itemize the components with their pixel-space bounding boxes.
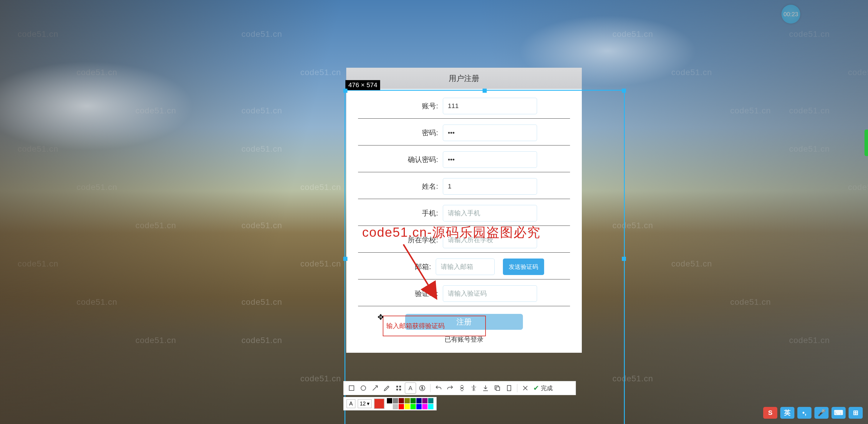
watermark-text: code51.cn <box>76 297 117 307</box>
email-label: 邮箱: <box>384 262 431 271</box>
watermark-text: code51.cn <box>18 259 58 269</box>
watermark-text: code51.cn <box>242 297 282 307</box>
watermark-text: code51.cn <box>242 336 282 345</box>
watermark-text: code51.cn <box>76 183 117 192</box>
have-account-link[interactable]: 已有账号登录 <box>358 335 570 344</box>
palette-color[interactable] <box>405 404 410 409</box>
phone-input[interactable] <box>443 205 537 221</box>
palette-color[interactable] <box>422 398 428 403</box>
redo-tool-icon[interactable] <box>444 383 456 394</box>
watermark-text: code51.cn <box>18 144 58 154</box>
palette-color[interactable] <box>393 398 398 403</box>
resize-handle-ml[interactable] <box>343 257 347 261</box>
palette-color[interactable] <box>399 404 404 409</box>
font-icon[interactable]: A <box>346 399 355 408</box>
account-input[interactable] <box>443 98 537 114</box>
palette-color[interactable] <box>399 398 404 403</box>
code-input[interactable] <box>443 285 537 302</box>
palette-color[interactable] <box>410 398 416 403</box>
form-title: 用户注册 <box>346 68 582 89</box>
watermark-text: code51.cn <box>300 374 341 383</box>
confirm-password-input[interactable] <box>443 151 537 168</box>
name-input[interactable] <box>443 178 537 194</box>
watermark-text: code51.cn <box>671 68 712 77</box>
confirm-password-label: 确认密码: <box>391 155 438 164</box>
watermark-text: code51.cn <box>848 68 868 77</box>
palette-color[interactable] <box>410 404 416 409</box>
screenshot-toolbar: A 1 ✔ 完成 <box>343 381 576 395</box>
password-input[interactable] <box>443 125 537 141</box>
ellipse-tool-icon[interactable] <box>358 383 369 394</box>
palette-color[interactable] <box>416 404 422 409</box>
arrow-tool-icon[interactable] <box>370 383 381 394</box>
desktop-background: code51.cncode51.cncode51.cncode51.cncode… <box>0 0 868 424</box>
watermark-text: code51.cn <box>18 29 58 39</box>
mosaic-tool-icon[interactable] <box>393 383 404 394</box>
done-button[interactable]: ✔ 完成 <box>531 384 554 392</box>
palette-color[interactable] <box>393 404 398 409</box>
selection-dimensions: 476 × 574 <box>345 80 380 90</box>
register-button[interactable]: 注册 <box>405 314 523 330</box>
phone-label: 手机: <box>391 209 438 218</box>
text-tool-options: A 12 ▾ <box>343 397 437 411</box>
check-icon: ✔ <box>533 384 539 392</box>
palette-color[interactable] <box>405 398 410 403</box>
watermark-text: code51.cn <box>242 29 282 39</box>
share-tool-icon[interactable] <box>503 383 515 394</box>
ime-language-icon[interactable]: 英 <box>780 407 795 419</box>
side-drawer-handle[interactable] <box>865 129 868 156</box>
long-screenshot-icon[interactable] <box>456 383 468 394</box>
watermark-text: code51.cn <box>789 144 830 154</box>
ime-menu-icon[interactable]: ⊞ <box>848 407 863 419</box>
palette-color[interactable] <box>422 404 428 409</box>
resize-handle-tm[interactable] <box>483 89 487 93</box>
number-tool-icon[interactable]: 1 <box>416 383 428 394</box>
pen-tool-icon[interactable] <box>381 383 393 394</box>
svg-rect-10 <box>507 386 511 391</box>
watermark-text: code51.cn <box>135 336 176 345</box>
resize-handle-mr[interactable] <box>622 257 626 261</box>
ime-punct-icon[interactable]: •, <box>797 407 811 419</box>
watermark-text: code51.cn <box>848 183 868 192</box>
svg-rect-4 <box>399 386 401 388</box>
watermark-text: code51.cn <box>789 336 830 345</box>
school-input[interactable] <box>443 232 537 248</box>
svg-text:1: 1 <box>421 386 424 390</box>
ime-keyboard-icon[interactable]: ⌨ <box>832 407 846 419</box>
svg-rect-6 <box>399 389 401 390</box>
code-label: 验证码: <box>391 289 438 298</box>
font-size-value: 12 <box>360 401 366 407</box>
ime-sogou-icon[interactable]: S <box>763 407 777 419</box>
palette-color[interactable] <box>416 398 422 403</box>
color-palette <box>387 398 433 409</box>
done-label: 完成 <box>541 384 553 392</box>
svg-rect-9 <box>496 387 500 390</box>
svg-rect-3 <box>396 386 398 388</box>
watermark-text: code51.cn <box>242 106 282 115</box>
palette-color[interactable] <box>387 398 392 403</box>
watermark-text: code51.cn <box>135 221 176 230</box>
send-code-button[interactable]: 发送验证码 <box>503 259 544 275</box>
font-size-select[interactable]: 12 ▾ <box>358 399 372 408</box>
palette-color[interactable] <box>387 404 392 409</box>
ime-toolbar: S 英 •, 🎤 ⌨ ⊞ <box>763 407 863 419</box>
svg-rect-1 <box>349 386 354 390</box>
text-tool-icon[interactable]: A <box>405 383 416 394</box>
recording-timer-badge: 00:23 <box>781 5 800 24</box>
current-color-swatch[interactable] <box>374 398 384 409</box>
palette-color[interactable] <box>428 404 433 409</box>
watermark-text: code51.cn <box>300 259 341 269</box>
cancel-tool-icon[interactable] <box>520 383 531 394</box>
resize-handle-tl[interactable] <box>343 89 347 93</box>
pin-tool-icon[interactable] <box>468 383 479 394</box>
resize-handle-tr[interactable] <box>622 89 626 93</box>
watermark-text: code51.cn <box>613 221 653 230</box>
watermark-text: code51.cn <box>242 144 282 154</box>
email-input[interactable] <box>436 259 495 275</box>
download-tool-icon[interactable] <box>480 383 491 394</box>
rect-tool-icon[interactable] <box>346 383 357 394</box>
ime-mic-icon[interactable]: 🎤 <box>814 407 829 419</box>
undo-tool-icon[interactable] <box>433 383 444 394</box>
copy-tool-icon[interactable] <box>492 383 503 394</box>
palette-color[interactable] <box>428 398 433 403</box>
